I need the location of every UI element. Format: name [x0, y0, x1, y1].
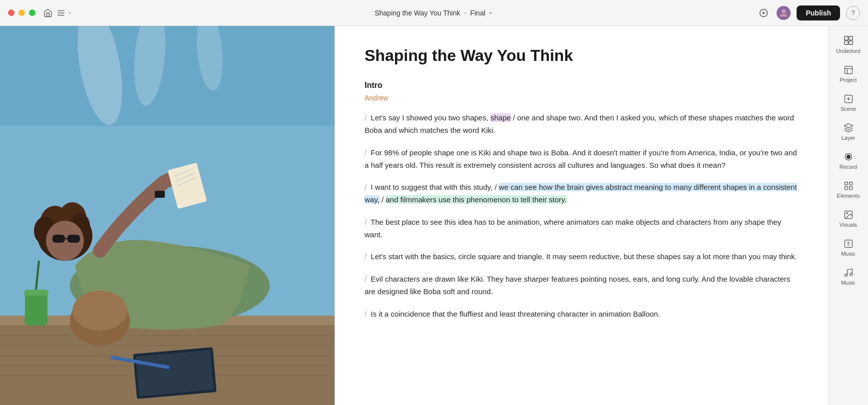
branch-selector[interactable]: Final: [470, 9, 493, 17]
add-button[interactable]: [757, 6, 771, 20]
svg-rect-52: [849, 182, 852, 185]
sidebar-item-underlord[interactable]: Underlord: [833, 30, 865, 58]
scene-icon: [844, 94, 854, 104]
visuals-label: Visuals: [840, 222, 857, 228]
layer-icon: [844, 123, 854, 133]
slash-marker: /: [365, 113, 367, 122]
svg-rect-34: [155, 191, 165, 198]
sidebar-item-music2[interactable]: Music: [833, 263, 865, 290]
menu-button[interactable]: [56, 8, 72, 17]
underlord-icon: [843, 35, 854, 46]
svg-rect-45: [844, 41, 848, 44]
music1-icon: [844, 239, 854, 249]
svg-rect-38: [24, 290, 48, 296]
sidebar-item-elements[interactable]: Elements: [833, 176, 865, 203]
layer-label: Layer: [842, 135, 856, 141]
highlight-filmmakers: and filmmakers use this phenomenon to te…: [386, 195, 566, 204]
sidebar-item-music1[interactable]: Music: [833, 234, 865, 261]
maximize-button[interactable]: [29, 9, 35, 16]
svg-point-59: [850, 273, 852, 276]
svg-rect-53: [845, 187, 848, 190]
breadcrumb-title: Shaping the Way You Think: [375, 9, 460, 17]
music2-label: Music: [841, 280, 856, 286]
svg-point-58: [845, 274, 847, 277]
paragraph-1: / Let's say I showed you two shapes, sha…: [365, 112, 798, 137]
elements-label: Elements: [837, 193, 860, 199]
svg-rect-41: [136, 350, 214, 397]
section-label: Intro: [365, 81, 798, 90]
paragraph-5: / Let's start with the basics, circle sq…: [365, 251, 798, 263]
hero-image: [0, 26, 335, 405]
paragraph-4: / The best place to see this idea has to…: [365, 216, 798, 241]
record-label: Record: [840, 164, 857, 170]
minimize-button[interactable]: [18, 9, 25, 16]
music2-icon: [844, 268, 854, 278]
project-icon: [844, 65, 854, 75]
help-icon: ?: [851, 9, 855, 16]
slash-marker-6: /: [365, 275, 367, 283]
music1-label: Music: [841, 251, 856, 257]
slash-marker-3: /: [365, 183, 367, 191]
branch-label: Final: [470, 9, 485, 17]
sidebar-item-record[interactable]: Record: [833, 147, 865, 174]
paragraph-6: / Evil characters are drawn like Kiki. T…: [365, 273, 798, 298]
titlebar-right: Publish ?: [757, 5, 860, 20]
svg-rect-28: [67, 235, 80, 243]
svg-point-6: [782, 9, 786, 12]
visuals-icon: [844, 210, 854, 220]
svg-rect-54: [849, 187, 852, 190]
elements-icon: [844, 181, 854, 191]
sidebar-item-visuals[interactable]: Visuals: [833, 205, 865, 232]
slash-marker-5: /: [365, 252, 367, 261]
publish-button[interactable]: Publish: [797, 5, 840, 20]
svg-point-56: [846, 213, 848, 214]
slash-marker-7: /: [365, 310, 367, 318]
svg-rect-46: [849, 41, 852, 44]
svg-rect-51: [845, 182, 848, 185]
sidebar-item-project[interactable]: Project: [833, 60, 865, 87]
sidebar-item-scene[interactable]: Scene: [833, 89, 865, 116]
traffic-lights: [8, 9, 35, 16]
titlebar: Shaping the Way You Think › Final Publis…: [0, 0, 868, 26]
right-sidebar: Underlord Project Scene: [828, 26, 868, 405]
breadcrumb-chevron: ›: [464, 9, 466, 16]
author-name: Andrew: [365, 94, 798, 102]
close-button[interactable]: [8, 9, 14, 16]
record-icon: [844, 152, 854, 162]
sidebar-item-layer[interactable]: Layer: [833, 118, 865, 145]
main-layout: Shaping the Way You Think Intro Andrew /…: [0, 26, 868, 405]
svg-rect-44: [849, 36, 852, 40]
avatar[interactable]: [777, 6, 791, 20]
highlight-shape: shape: [490, 113, 511, 122]
svg-point-36: [72, 291, 127, 331]
slash-marker-2: /: [365, 148, 367, 157]
slash-marker-4: /: [365, 218, 367, 226]
titlebar-center: Shaping the Way You Think › Final: [375, 9, 493, 17]
svg-point-50: [846, 155, 850, 159]
paragraph-7: / Is it a coincidence that the fluffiest…: [365, 308, 798, 321]
svg-rect-37: [25, 291, 47, 326]
paragraph-2: / For 98% of people shape one is Kiki an…: [365, 147, 798, 172]
help-button[interactable]: ?: [846, 6, 860, 20]
image-panel: [0, 26, 335, 405]
svg-rect-43: [844, 36, 848, 40]
svg-rect-8: [0, 26, 335, 126]
home-button[interactable]: [43, 8, 52, 17]
document-title: Shaping the Way You Think: [365, 46, 798, 65]
svg-rect-47: [845, 66, 852, 74]
svg-rect-27: [52, 235, 65, 243]
scene-label: Scene: [841, 106, 856, 112]
project-label: Project: [840, 77, 857, 83]
paragraph-3: / I want to suggest that with this study…: [365, 181, 798, 206]
underlord-label: Underlord: [836, 48, 860, 54]
content-panel[interactable]: Shaping the Way You Think Intro Andrew /…: [335, 26, 828, 405]
